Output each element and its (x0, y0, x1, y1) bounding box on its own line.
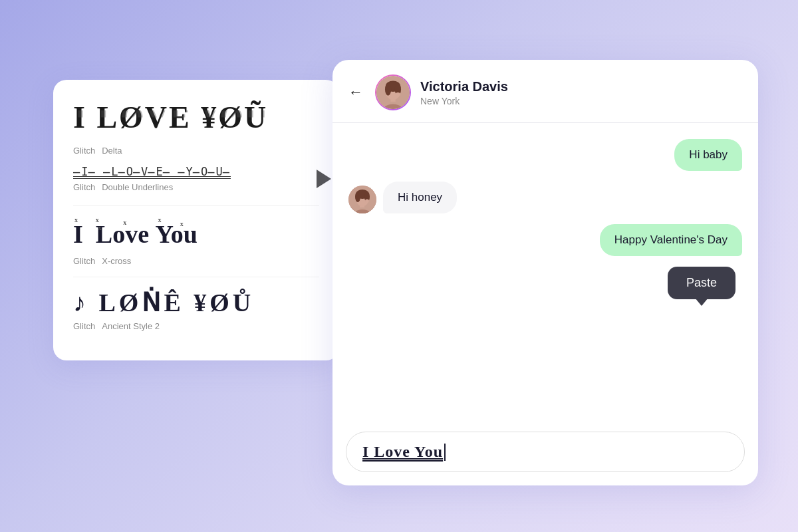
message-avatar-2 (348, 186, 376, 213)
svg-point-7 (396, 92, 400, 96)
message-bubble-3: Happy Valentine's Day (600, 224, 742, 256)
divider2 (73, 277, 319, 277)
font-tags-delta: Glitch Delta (73, 146, 319, 156)
contact-name: Victoria Davis (420, 79, 508, 94)
xcross-text: xI x x x Lo ve x x Yo u (73, 217, 319, 252)
contact-avatar (375, 74, 411, 110)
font-styles-panel: I LØVE ¥ØŨ Glitch Delta ̶I̶ ̶L̶O̶V̶E̶ ̶Y… (53, 80, 339, 360)
font-tags-double: Glitch Double Underlines (73, 182, 319, 192)
style-label-glitch4: Glitch (73, 321, 95, 331)
avatar-svg (376, 76, 410, 109)
chat-panel: ← (332, 60, 758, 485)
message-input-box[interactable]: I Love You (346, 432, 745, 472)
font-preview-ancient[interactable]: ♪ LØṄÊ ¥ØŮ Glitch Ancient Style 2 (73, 288, 319, 331)
back-button[interactable]: ← (348, 84, 363, 101)
svg-point-13 (355, 192, 360, 202)
font-preview-xcross[interactable]: xI x x x Lo ve x x Yo u Glitch X-cross (73, 217, 319, 266)
style-label-xcross: X-cross (102, 256, 131, 266)
style-label-ancient: Ancient Style 2 (102, 321, 160, 331)
font-tags-ancient: Glitch Ancient Style 2 (73, 321, 319, 331)
arrow-right-icon (317, 170, 331, 188)
svg-point-5 (385, 83, 391, 96)
font-preview-glitch-delta[interactable]: I LØVE ¥ØŨ Glitch Delta (73, 100, 319, 156)
paste-popup-area: Paste (348, 267, 742, 299)
contact-location: New York (420, 96, 508, 106)
message-row-2: Hi honey (348, 182, 742, 213)
message-bubble-2: Hi honey (383, 182, 457, 213)
chat-body: Hi baby Hi honey Happy Valentine's D (332, 123, 758, 424)
style-label-glitch2: Glitch (73, 182, 95, 192)
contact-info: Victoria Davis New York (420, 79, 508, 106)
message-row-1: Hi baby (348, 139, 742, 171)
style-label-glitch3: Glitch (73, 256, 95, 266)
font-tags-xcross: Glitch X-cross (73, 256, 319, 266)
paste-button[interactable]: Paste (668, 267, 735, 299)
svg-point-15 (365, 200, 369, 203)
text-cursor (444, 444, 446, 461)
ancient-text: ♪ LØṄÊ ¥ØŮ (73, 288, 319, 317)
style-label-delta: Delta (102, 146, 122, 156)
style-label-glitch1: Glitch (73, 146, 95, 156)
divider1 (73, 205, 319, 206)
chat-header: ← (332, 60, 758, 123)
glitch-delta-text: I LØVE ¥ØŨ (73, 100, 319, 135)
avatar-image (376, 76, 410, 109)
style-label-double: Double Underlines (102, 182, 173, 192)
message-bubble-1: Hi baby (674, 139, 742, 171)
double-underline-text: ̶I̶ ̶L̶O̶V̶E̶ ̶Y̶O̶U̶ (73, 165, 319, 178)
chat-input-area: I Love You (332, 424, 758, 485)
message-row-3: Happy Valentine's Day (348, 224, 742, 256)
input-styled-text: I Love You (362, 443, 443, 461)
msg-avatar-svg (348, 186, 376, 213)
font-preview-double-underline[interactable]: ̶I̶ ̶L̶O̶V̶E̶ ̶Y̶O̶U̶ Glitch Double Unde… (73, 165, 319, 192)
